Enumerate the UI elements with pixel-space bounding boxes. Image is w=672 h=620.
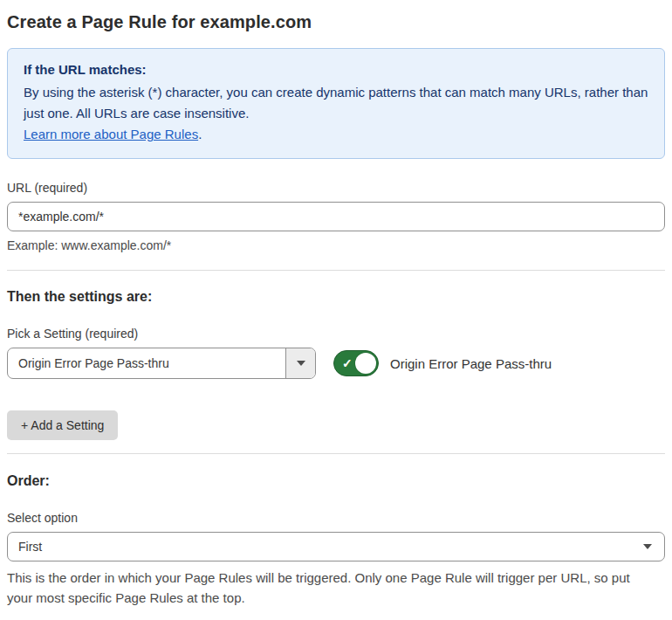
url-input[interactable] — [7, 202, 665, 231]
page-title: Create a Page Rule for example.com — [7, 12, 665, 32]
setting-dropdown-button[interactable] — [285, 348, 315, 378]
setting-toggle-label: Origin Error Page Pass-thru — [390, 356, 552, 371]
setting-dropdown-value: Origin Error Page Pass-thru — [8, 348, 285, 378]
learn-more-link[interactable]: Learn more about Page Rules — [24, 127, 198, 141]
url-field-label: URL (required) — [7, 181, 665, 195]
setting-toggle[interactable]: ✓ — [333, 350, 379, 376]
checkmark-icon: ✓ — [342, 357, 353, 369]
url-match-info-box: If the URL matches: By using the asteris… — [7, 48, 665, 159]
chevron-down-icon — [297, 361, 305, 366]
order-section-heading: Order: — [7, 473, 665, 489]
order-select-value: First — [18, 540, 42, 554]
setting-dropdown[interactable]: Origin Error Page Pass-thru — [7, 348, 316, 379]
add-setting-button[interactable]: + Add a Setting — [7, 410, 118, 440]
toggle-knob — [355, 353, 376, 374]
info-box-heading: If the URL matches: — [24, 59, 648, 80]
info-box-link-line: Learn more about Page Rules. — [24, 124, 648, 145]
pick-setting-label: Pick a Setting (required) — [7, 327, 665, 341]
setting-row: Origin Error Page Pass-thru ✓ Origin Err… — [7, 348, 665, 379]
order-select[interactable]: First — [7, 532, 665, 561]
order-select-label: Select option — [7, 511, 665, 525]
info-box-body: By using the asterisk (*) character, you… — [24, 82, 648, 124]
order-help-text: This is the order in which your Page Rul… — [7, 568, 655, 608]
section-divider — [7, 270, 665, 271]
url-example-hint: Example: www.example.com/* — [7, 238, 665, 252]
chevron-down-icon — [643, 544, 652, 549]
section-divider — [7, 453, 665, 454]
link-suffix: . — [198, 127, 202, 141]
settings-section-heading: Then the settings are: — [7, 289, 665, 305]
